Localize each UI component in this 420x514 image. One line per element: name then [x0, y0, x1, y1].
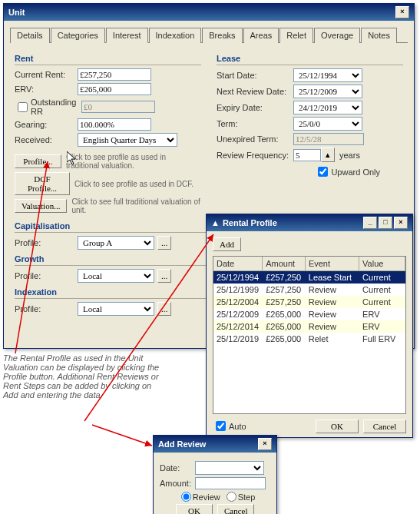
- tab-categories[interactable]: Categories: [51, 28, 105, 43]
- amount-label: Amount:: [160, 479, 195, 488]
- add-button[interactable]: Add: [213, 237, 241, 251]
- outstanding-rr-label: Outstanding RR: [31, 98, 81, 116]
- unit-titlebar: Unit ×: [4, 4, 414, 21]
- cursor-icon: [67, 151, 79, 167]
- minimize-icon[interactable]: _: [363, 217, 377, 229]
- next-review-label: Next Review Date:: [217, 87, 293, 96]
- add-review-title: Add Review: [158, 439, 256, 449]
- review-radio[interactable]: [181, 492, 191, 502]
- received-select[interactable]: English Quarter Days: [78, 133, 177, 147]
- step-radio-label: Step: [238, 492, 256, 502]
- cap-profile-label: Profile:: [15, 238, 78, 247]
- valuation-button[interactable]: Valuation...: [15, 199, 67, 213]
- gearing-label: Gearing:: [15, 120, 78, 129]
- table-row[interactable]: 25/12/1994£257,250Lease StartCurrent: [213, 271, 405, 284]
- current-rent-label: Current Rent:: [15, 70, 78, 79]
- next-review-select[interactable]: 25/12/2009: [293, 85, 362, 98]
- date-label: Date:: [160, 463, 195, 473]
- dcf-hint: Click to see profile as used in DCF.: [74, 180, 193, 188]
- index-profile-select[interactable]: Local: [78, 302, 154, 316]
- review-freq-spinner[interactable]: ▴: [321, 148, 335, 162]
- close-icon[interactable]: ×: [258, 438, 272, 450]
- tab-strip: Details Categories Interest Indexation B…: [10, 27, 408, 43]
- close-icon[interactable]: ×: [394, 217, 408, 229]
- outstanding-rr-input: [81, 101, 155, 113]
- cap-profile-select[interactable]: Group A: [78, 236, 154, 250]
- expiry-date-select[interactable]: 24/12/2019: [293, 101, 362, 114]
- ok-button[interactable]: OK: [176, 504, 213, 514]
- unexpired-term-label: Unexpired Term:: [217, 134, 293, 144]
- start-date-select[interactable]: 25/12/1994: [293, 68, 362, 82]
- tab-breaks[interactable]: Breaks: [202, 28, 242, 43]
- rental-profile-window: ▲ Rental Profile _ □ × Add Date Amount E…: [206, 214, 413, 438]
- step-radio[interactable]: [227, 492, 236, 502]
- tab-interest[interactable]: Interest: [106, 28, 148, 43]
- upward-only-checkbox[interactable]: [318, 167, 328, 177]
- cap-profile-more-button[interactable]: ...: [157, 236, 171, 250]
- review-freq-input[interactable]: [293, 149, 321, 161]
- auto-checkbox[interactable]: [216, 421, 226, 431]
- date-select[interactable]: [195, 461, 264, 475]
- start-date-label: Start Date:: [217, 71, 293, 80]
- add-review-titlebar: Add Review ×: [154, 436, 276, 453]
- ok-button[interactable]: OK: [316, 419, 359, 433]
- received-label: Received:: [15, 135, 78, 144]
- lease-heading: Lease: [217, 54, 403, 63]
- gearing-input[interactable]: [78, 118, 151, 131]
- outstanding-rr-checkbox[interactable]: [18, 102, 28, 112]
- current-rent-input[interactable]: [78, 68, 151, 81]
- profile-hint: Click to see profile as used in traditio…: [66, 153, 201, 170]
- unexpired-term-input: [293, 133, 364, 145]
- app-icon: ▲: [211, 218, 220, 227]
- cancel-button[interactable]: Cancel: [363, 419, 406, 433]
- term-select[interactable]: 25/0/0: [293, 117, 362, 131]
- erv-label: ERV:: [15, 85, 78, 94]
- tab-overage[interactable]: Overage: [314, 28, 360, 43]
- table-row[interactable]: 25/12/2004£257,250ReviewCurrent: [213, 296, 405, 308]
- explanation-text: The Rental Profile as used in the Unit V…: [3, 353, 164, 400]
- svg-line-2: [92, 425, 152, 446]
- add-review-window: Add Review × Date: Amount: ReviewStep OK…: [153, 435, 277, 514]
- auto-label: Auto: [229, 422, 246, 431]
- maximize-icon[interactable]: □: [379, 217, 392, 229]
- profile-button[interactable]: Profile...: [15, 154, 61, 168]
- tab-details[interactable]: Details: [10, 28, 50, 43]
- years-label: years: [339, 151, 360, 160]
- index-profile-label: Profile:: [15, 304, 78, 313]
- table-row[interactable]: 25/12/2014£265,000ReviewERV: [213, 320, 405, 333]
- review-radio-label: Review: [193, 492, 220, 502]
- table-row[interactable]: 25/12/1999£257,250ReviewCurrent: [213, 284, 405, 296]
- rental-titlebar: ▲ Rental Profile _ □ ×: [207, 214, 412, 231]
- tab-relet[interactable]: Relet: [279, 28, 313, 43]
- growth-profile-label: Profile:: [15, 271, 78, 280]
- term-label: Term:: [217, 119, 293, 128]
- expiry-date-label: Expiry Date:: [217, 103, 293, 112]
- table-row[interactable]: 25/12/2009£265,000ReviewERV: [213, 308, 405, 320]
- erv-input[interactable]: [78, 83, 151, 95]
- table-row[interactable]: 25/12/2019£265,000ReletFull ERV: [213, 333, 405, 345]
- rent-heading: Rent: [15, 54, 201, 63]
- growth-profile-select[interactable]: Local: [78, 269, 154, 283]
- rental-title: Rental Profile: [223, 218, 362, 227]
- tab-indexation[interactable]: Indexation: [149, 28, 202, 43]
- valuation-hint: Click to see full traditional valuation …: [71, 197, 201, 214]
- table-header: Date Amount Event Value: [213, 257, 405, 271]
- tab-notes[interactable]: Notes: [361, 28, 397, 43]
- upward-only-label: Upward Only: [331, 167, 380, 177]
- tab-areas[interactable]: Areas: [243, 28, 279, 43]
- cancel-button[interactable]: Cancel: [217, 504, 254, 514]
- index-profile-more-button[interactable]: ...: [157, 302, 171, 316]
- review-freq-label: Review Frequency:: [217, 151, 293, 160]
- close-icon[interactable]: ×: [395, 6, 409, 18]
- amount-input[interactable]: [195, 477, 266, 489]
- unit-title: Unit: [8, 8, 394, 17]
- dcf-profile-button[interactable]: DCF Profile...: [15, 172, 70, 195]
- growth-profile-more-button[interactable]: ...: [157, 269, 171, 283]
